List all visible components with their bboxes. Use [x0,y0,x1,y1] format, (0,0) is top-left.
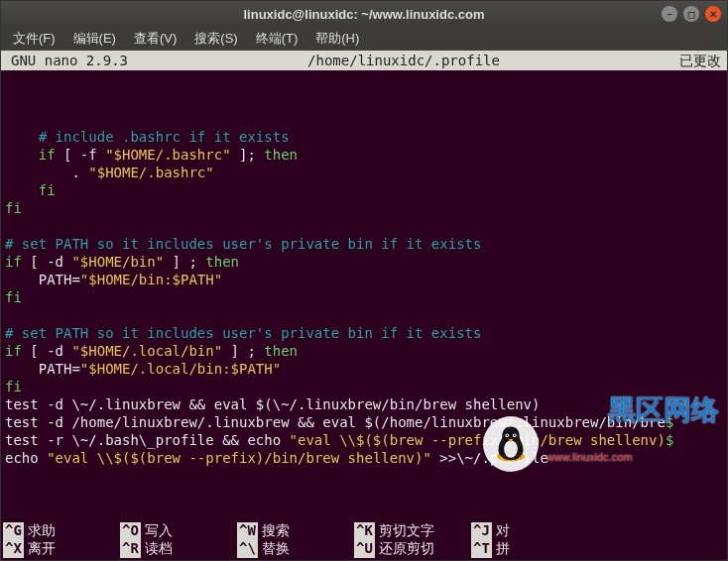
code-line: PATH="$HOME/.local/bin:$PATH" [1,360,727,378]
help-label: 剪切文字 [375,522,434,540]
help-key: ^T [471,540,492,558]
help-key: ^U [354,540,375,558]
nano-help: ^G求助^O写入^W搜索^K剪切文字^J对 ^X离开^R读档^\替换^U还原剪切… [1,522,727,560]
help-shortcut: ^X离开 [1,540,110,558]
help-shortcut: ^K剪切文字 [352,522,461,540]
nano-modified: 已更改 [679,51,727,70]
help-row: ^G求助^O写入^W搜索^K剪切文字^J对 [1,522,727,540]
help-shortcut: ^O写入 [118,522,227,540]
minimize-button[interactable]: – [662,6,677,22]
help-label: 替换 [258,540,290,558]
help-shortcut: ^T拼 [469,540,578,558]
help-label: 离开 [24,540,56,558]
terminal-window: linuxidc@linuxidc: ~/www.linuxidc.com – … [0,0,728,561]
window-buttons: – ◻ ✕ [662,6,721,22]
help-key: ^G [3,522,24,540]
help-shortcut: ^J对 [469,522,578,540]
menu-file[interactable]: 文件(F) [5,28,63,50]
code-line: # include .bashrc if it exists [1,128,727,146]
help-label: 读档 [141,540,173,558]
help-label: 写入 [141,522,173,540]
editor-area[interactable]: # include .bashrc if it exists if [ -f "… [1,70,727,522]
menu-view[interactable]: 查看(V) [126,28,184,50]
code-line: # set PATH so it includes user's private… [1,235,727,253]
help-key: ^J [471,522,492,540]
code-line: . "$HOME/.bashrc" [1,164,727,181]
help-shortcut: ^\替换 [235,540,344,558]
help-row: ^X离开^R读档^\替换^U还原剪切^T拼 [1,540,727,558]
code-line: fi [1,378,727,395]
help-label: 对 [492,522,510,540]
menu-terminal[interactable]: 终端(T) [248,28,306,50]
help-key: ^\ [237,540,258,558]
maximize-button[interactable]: ◻ [683,6,699,22]
code-line: fi [1,288,727,306]
code-line [1,306,727,324]
code-line: test -r \~/.bash\_profile && echo "eval … [1,431,727,449]
code-line: fi [1,199,727,217]
help-label: 求助 [24,522,56,540]
help-key: ^W [237,522,258,540]
code-line: test -d \~/.linuxbrew && eval $(\~/.linu… [1,395,727,413]
code-line [1,110,727,128]
code-line: fi [1,181,727,199]
code-line: if [ -d "$HOME/.local/bin" ] ; then [1,342,727,360]
code-line [1,217,727,235]
titlebar: linuxidc@linuxidc: ~/www.linuxidc.com – … [1,1,727,27]
code-line: if [ -d "$HOME/bin" ] ; then [1,253,727,271]
nano-filename: /home/linuxidc/.profile [128,51,679,70]
close-button[interactable]: ✕ [705,6,721,22]
menu-search[interactable]: 搜索(S) [186,28,245,50]
code-line: # set PATH so it includes user's private… [1,324,727,342]
help-key: ^R [120,540,141,558]
help-shortcut: ^W搜索 [235,522,344,540]
help-label: 搜索 [258,522,290,540]
help-label: 拼 [492,540,510,558]
help-key: ^O [120,522,141,540]
menu-edit[interactable]: 编辑(E) [65,28,124,50]
menu-help[interactable]: 帮助(H) [307,28,367,50]
code-line: test -d /home/linuxbrew/.linuxbrew && ev… [1,413,727,431]
nano-version: GNU nano 2.9.3 [1,51,128,70]
nano-header: GNU nano 2.9.3 /home/linuxidc/.profile 已… [1,51,727,70]
help-label: 还原剪切 [375,540,434,558]
help-key: ^K [354,522,375,540]
help-shortcut: ^G求助 [1,522,110,540]
menubar: 文件(F) 编辑(E) 查看(V) 搜索(S) 终端(T) 帮助(H) [1,27,727,51]
code-line: if [ -f "$HOME/.bashrc" ]; then [1,146,727,164]
window-title: linuxidc@linuxidc: ~/www.linuxidc.com [7,7,721,22]
help-shortcut: ^R读档 [118,540,227,558]
code-line: PATH="$HOME/bin:$PATH" [1,271,727,288]
help-shortcut: ^U还原剪切 [352,540,461,558]
help-key: ^X [3,540,24,558]
code-line: echo "eval \\$($(brew --prefix)/bin/brew… [1,449,727,467]
